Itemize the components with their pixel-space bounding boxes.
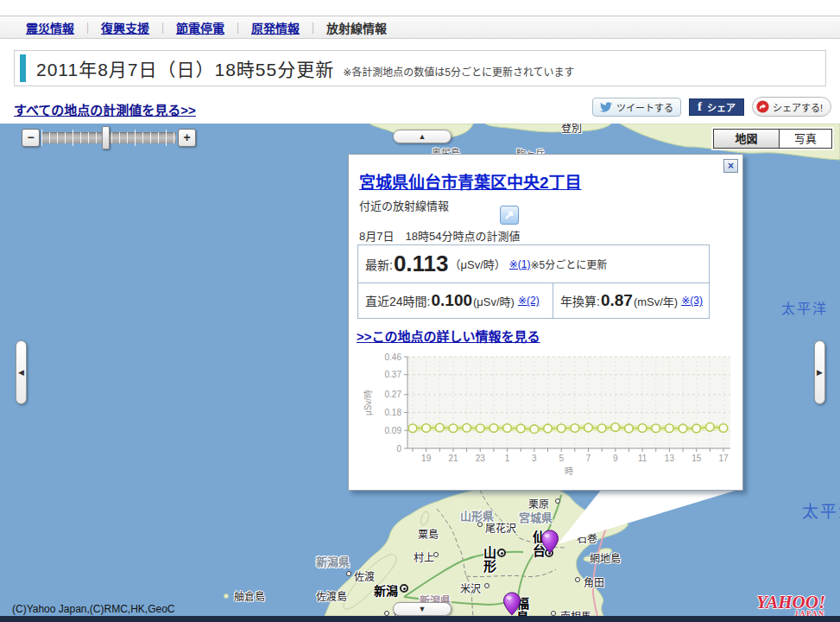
pan-right-button[interactable]: ▶ — [814, 340, 825, 404]
nav-separator: ｜ — [232, 19, 243, 35]
recent24h-unit: (μSv/時) — [473, 293, 515, 309]
svg-text:0.09: 0.09 — [385, 426, 402, 435]
share-arrow-icon — [756, 100, 769, 113]
svg-text:時: 時 — [565, 466, 573, 476]
radiation-map-page: 震災情報｜復興支援｜節電停電｜原発情報｜放射線情報 2011年8月7日（日）18… — [0, 0, 840, 622]
nav-item-2[interactable]: 節電停電 — [176, 19, 224, 36]
zoom-out-button[interactable]: − — [22, 129, 40, 147]
latest-label: 最新: — [365, 256, 393, 273]
all-points-link[interactable]: すべての地点の計測値を見る>> — [14, 100, 196, 118]
nav-item-3[interactable]: 原発情報 — [251, 19, 300, 36]
annual-unit: (mSv/年) — [634, 293, 678, 309]
info-popup: × 宮城県仙台市青葉区中央2丁目 付近の放射線情報 8月7日 18時54分時点の… — [348, 154, 743, 491]
latest-note-link[interactable]: ※(1) — [509, 258, 531, 270]
update-header: 2011年8月7日（日）18時55分更新 ※各計測地点の数値は5分ごとに更新され… — [14, 50, 826, 86]
bottom-strip — [0, 616, 840, 622]
zoom-in-button[interactable]: + — [178, 129, 196, 147]
popout-arrow-glyph — [503, 209, 515, 221]
recent24h-value: 0.100 — [431, 291, 472, 310]
map-copyright: (C)Yahoo Japan,(C)RMC,HK,GeoC — [12, 603, 175, 615]
facebook-share-button[interactable]: f シェア — [689, 98, 744, 116]
yahoo-japan-logo[interactable]: YAHOO! JAPAN — [756, 593, 825, 616]
tweet-label: ツイートする — [616, 100, 673, 114]
pan-up-button[interactable]: ▲ — [393, 130, 452, 143]
nav-separator: ｜ — [157, 19, 168, 35]
popup-location-link[interactable]: 宮城県仙台市青葉区中央2丁目 — [359, 169, 732, 193]
share-button[interactable]: シェアする! — [752, 97, 831, 117]
radiation-pin-仙台[interactable] — [540, 530, 559, 557]
map-type-photo-button[interactable]: 写真 — [780, 130, 831, 148]
nav-separator: ｜ — [82, 19, 93, 35]
nav-item-0[interactable]: 震災情報 — [26, 19, 74, 36]
tweet-button[interactable]: ツイートする — [592, 98, 681, 117]
svg-text:1: 1 — [505, 454, 510, 463]
svg-text:0.37: 0.37 — [385, 370, 402, 379]
facebook-share-label: シェア — [707, 100, 736, 114]
svg-text:μSv/時: μSv/時 — [363, 390, 373, 416]
svg-text:23: 23 — [476, 454, 486, 463]
close-icon[interactable]: × — [723, 159, 738, 173]
nav-item-1[interactable]: 復興支援 — [101, 19, 149, 36]
update-note: ※各計測地点の数値は5分ごとに更新されています — [343, 59, 574, 79]
popup-subtitle: 付近の放射線情報 — [359, 197, 732, 213]
measurement-table: 最新: 0.113 （μSv/時） ※(1) ※5分ごとに更新 直近24時間: … — [357, 244, 710, 319]
latest-row: 最新: 0.113 （μSv/時） ※(1) ※5分ごとに更新 — [358, 245, 709, 283]
annual-cell: 年換算: 0.87 (mSv/年) ※(3) — [553, 283, 709, 318]
recent24h-cell: 直近24時間: 0.100 (μSv/時) ※(2) — [358, 283, 553, 318]
svg-text:0: 0 — [396, 444, 401, 454]
svg-text:0.27: 0.27 — [385, 390, 402, 399]
zoom-control: − + — [22, 129, 196, 147]
zoom-slider-handle[interactable] — [102, 126, 110, 149]
zoom-slider-track[interactable] — [41, 132, 176, 143]
detail-link[interactable]: >>この地点の詳しい情報を見る — [357, 327, 540, 345]
twitter-bird-icon — [600, 102, 613, 112]
recent24h-label: 直近24時間: — [365, 292, 430, 309]
trend-chart: 00.090.180.270.370.461921231357911131517… — [361, 346, 737, 481]
secondary-row: 直近24時間: 0.100 (μSv/時) ※(2) 年換算: 0.87 (mS… — [358, 283, 709, 318]
annual-note-link[interactable]: ※(3) — [681, 295, 703, 307]
external-link-icon[interactable] — [500, 206, 519, 225]
map-type-switch: 地図 写真 — [713, 129, 832, 149]
annual-value: 0.87 — [601, 291, 633, 310]
recent24h-note-link[interactable]: ※(2) — [518, 295, 540, 307]
radiation-pin-福島[interactable] — [502, 592, 521, 616]
svg-text:3: 3 — [532, 454, 537, 463]
svg-text:21: 21 — [448, 454, 458, 463]
svg-text:19: 19 — [421, 454, 432, 463]
svg-text:17: 17 — [718, 454, 729, 463]
map-type-map-button[interactable]: 地図 — [714, 130, 780, 148]
nav-separator: ｜ — [307, 19, 319, 35]
svg-text:11: 11 — [638, 454, 647, 463]
nav-item-4: 放射線情報 — [326, 19, 387, 36]
latest-note: ※5分ごとに更新 — [531, 257, 608, 271]
social-buttons: ツイートする f シェア シェアする! — [592, 97, 831, 117]
svg-text:0.18: 0.18 — [385, 408, 402, 417]
svg-text:15: 15 — [692, 454, 702, 463]
svg-text:13: 13 — [665, 454, 675, 463]
accent-bar — [20, 54, 26, 82]
latest-unit: （μSv/時） — [450, 256, 506, 272]
latest-value: 0.113 — [394, 251, 449, 277]
update-title: 2011年8月7日（日）18時55分更新 — [36, 55, 334, 81]
svg-text:0.46: 0.46 — [385, 352, 402, 362]
svg-text:7: 7 — [586, 454, 591, 463]
svg-text:9: 9 — [613, 454, 618, 463]
svg-text:5: 5 — [559, 454, 564, 463]
measurement-time-caption: 8月7日 18時54分時点の計測値 — [359, 227, 520, 244]
pan-left-button[interactable]: ◀ — [16, 340, 27, 404]
pan-down-button[interactable]: ▼ — [393, 602, 452, 616]
annual-label: 年換算: — [560, 292, 600, 309]
facebook-f-icon: f — [698, 99, 702, 114]
share-label: シェアする! — [773, 100, 823, 114]
top-nav: 震災情報｜復興支援｜節電停電｜原発情報｜放射線情報 — [0, 16, 840, 39]
